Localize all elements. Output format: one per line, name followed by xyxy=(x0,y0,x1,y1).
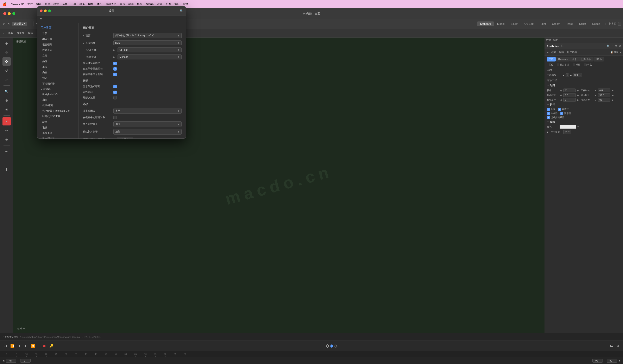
scale-tool[interactable]: ⤢ xyxy=(2,76,11,84)
sidebar-input-device[interactable]: 输入装置 xyxy=(37,36,79,42)
mono-font-select[interactable]: Monaco ▼ xyxy=(117,55,181,60)
attr-limit-field[interactable]: 10000 xyxy=(117,137,133,139)
menu-animate[interactable]: 动画 xyxy=(128,2,134,6)
record-btn[interactable]: ⏺ xyxy=(42,343,47,349)
menu-mode[interactable]: 模式 xyxy=(53,2,59,6)
tab-sculpt[interactable]: Sculpt xyxy=(508,21,521,26)
menu-extension[interactable]: 扩展 xyxy=(166,2,171,6)
paste-new-select[interactable]: 顶部 ▼ xyxy=(113,129,181,135)
menu-tools[interactable]: 工具 xyxy=(71,2,76,6)
total-arrow-left[interactable]: ◀ xyxy=(595,89,596,92)
dialog-minimize-btn[interactable] xyxy=(44,9,47,12)
max-arrow-right[interactable]: ▶ xyxy=(612,94,614,96)
rotate-tool[interactable]: ↺ xyxy=(2,66,11,75)
exec-deform-check[interactable]: ✓ xyxy=(560,112,563,115)
new-tab-btn[interactable]: + xyxy=(28,22,32,26)
attr-expand-icon[interactable]: ⊞ xyxy=(615,44,617,48)
transport-prev-frame[interactable]: ⏴ xyxy=(17,343,22,349)
light-tool[interactable]: ☀ xyxy=(2,105,11,114)
time-mid-display[interactable]: 0 F xyxy=(20,359,31,363)
transport-tools[interactable]: ⚙ xyxy=(615,343,621,349)
menu-mesh[interactable]: 网格 xyxy=(88,2,94,6)
sidebar-units[interactable]: 单位 xyxy=(37,64,79,70)
min-arrow-right[interactable]: ▶ xyxy=(577,94,579,96)
paint-tool[interactable]: ✏ xyxy=(2,126,11,135)
sidebar-timeline[interactable]: 时间线/样条工具 xyxy=(37,114,79,119)
undo-btn[interactable]: ↩ xyxy=(2,22,6,26)
material-ball[interactable]: ● xyxy=(2,117,11,125)
sidebar-asset-browser[interactable]: 资产浏览器 xyxy=(37,136,79,139)
scale-arrow-left[interactable]: ◀ xyxy=(563,74,564,76)
menu-character[interactable]: 角色 xyxy=(120,2,125,6)
tab-uv-edit[interactable]: UV Edit xyxy=(522,21,536,26)
gui-font-arrow-left[interactable]: ▶ xyxy=(113,49,115,51)
center-obj-checkbox[interactable] xyxy=(113,116,117,119)
transport-play[interactable]: ⏵ xyxy=(23,343,29,349)
select-tool[interactable]: ⊙ xyxy=(2,39,11,47)
key-next[interactable] xyxy=(334,344,337,348)
key-current[interactable] xyxy=(330,344,334,348)
preview-min-field[interactable]: 0 F xyxy=(563,98,576,102)
exec-motion-check[interactable]: ✓ xyxy=(547,116,550,119)
subtab-project[interactable]: 工程 xyxy=(547,63,555,67)
menu-cinema4d[interactable]: Cinema 4D xyxy=(11,3,24,6)
exec-style-check[interactable]: ✓ xyxy=(558,108,561,111)
time-end-display[interactable]: 90 F xyxy=(592,359,603,363)
redo-btn[interactable]: ↪ xyxy=(7,22,12,26)
sidebar-user-interface-header[interactable]: 用户界面 xyxy=(37,24,79,31)
total-field[interactable]: 0 F xyxy=(598,88,610,92)
settings-dialog[interactable]: 设置 🔍 ≡ 用户界面 导航 输入装置 视窗硬件 视窗显示 文件 插件 单位 内… xyxy=(37,6,186,139)
subtab-nodes[interactable]: 节点 xyxy=(582,63,594,67)
viewport-view[interactable]: 查看 xyxy=(7,31,14,35)
dialog-maximize-btn[interactable] xyxy=(48,9,51,12)
online-checkbox[interactable]: ✓ xyxy=(113,91,117,94)
fps-arrow-left[interactable]: ◀ xyxy=(560,89,562,92)
tab-track[interactable]: Track xyxy=(563,21,576,26)
pmin-arrow-left[interactable]: ◀ xyxy=(560,99,562,101)
attr-close-icon[interactable]: ✕ xyxy=(619,44,621,48)
sidebar-navigation[interactable]: 导航 xyxy=(37,31,79,36)
menu-volume[interactable]: 体积 xyxy=(97,2,102,6)
show-hotkey-checkbox[interactable]: ✓ xyxy=(113,73,117,76)
motion-clip-btn[interactable]: 📽 xyxy=(609,343,614,349)
pmax-arrow-left[interactable]: ◀ xyxy=(595,99,596,101)
sidebar-material[interactable]: 材质 xyxy=(37,119,79,125)
attr-userdata-btn[interactable]: 用户数据 xyxy=(566,50,578,55)
key-prev[interactable] xyxy=(326,344,329,348)
max-field[interactable]: 90 F xyxy=(598,93,610,97)
transport-prev-key[interactable]: ⏪ xyxy=(9,343,16,349)
pmin-arrow-right[interactable]: ▶ xyxy=(577,99,579,101)
tab-groom[interactable]: Groom xyxy=(549,21,563,26)
sculpt-tool[interactable]: ⊛ xyxy=(2,135,11,144)
close-button[interactable] xyxy=(3,12,6,15)
attr-mode-btn[interactable]: 模式 xyxy=(551,50,557,55)
attr-home-icon[interactable]: ⌂ xyxy=(611,44,613,48)
lang-expand-arrow[interactable]: ▶ xyxy=(83,35,85,37)
attr-limit-right-arrow[interactable]: ▶ xyxy=(135,138,136,139)
sidebar-communication[interactable]: 通讯 xyxy=(37,75,79,81)
subtab-todo[interactable]: 待办事项 xyxy=(555,63,571,67)
sidebar-node-editor[interactable]: 节点编辑器 xyxy=(37,81,79,86)
tab-model[interactable]: Model xyxy=(494,21,507,26)
filepath-open-label[interactable]: 打开配置文件夹 xyxy=(2,335,18,338)
sidebar-bodypaint[interactable]: BodyPaint 3D xyxy=(37,92,79,97)
menu-help[interactable]: 帮助 xyxy=(183,2,188,6)
tooltip-checkbox[interactable]: ✓ xyxy=(113,85,117,88)
camera-tool[interactable]: ⚙ xyxy=(2,96,11,105)
menu-edit[interactable]: 编辑 xyxy=(36,2,42,6)
panel-object-tab[interactable]: 对象 xyxy=(546,38,551,42)
color-edit-btn[interactable]: ✏ xyxy=(577,125,579,128)
time-current-display[interactable]: 0 F xyxy=(6,359,16,363)
gui-font-select[interactable]: UI Font ▼ xyxy=(117,47,181,52)
tab-cineware[interactable]: Cineware xyxy=(556,57,570,61)
domain-map-select[interactable]: 显示 ▼ xyxy=(113,108,181,114)
unit-select[interactable]: 厘米 ▼ xyxy=(573,73,582,77)
menu-simulate[interactable]: 模拟 xyxy=(137,2,142,6)
attr-limit-left-arrow[interactable]: ◀ xyxy=(113,138,115,139)
color-swatch[interactable] xyxy=(559,125,576,129)
pmax-arrow-right[interactable]: ▶ xyxy=(612,99,614,101)
exec-gen-check[interactable]: ✓ xyxy=(547,112,550,115)
fps-arrow-right[interactable]: ▶ xyxy=(577,89,579,92)
sidebar-memory[interactable]: 内存 xyxy=(37,70,79,75)
sidebar-digital-drawing[interactable]: 数字绘景 (Projection Man) xyxy=(37,108,79,114)
